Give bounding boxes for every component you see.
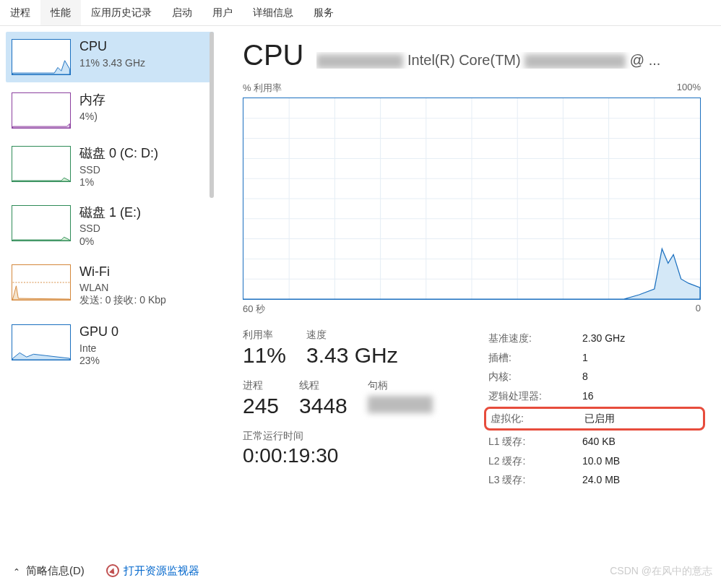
chart-ylabel: % 利用率 (243, 82, 282, 95)
gpu-thumbnail-icon (12, 324, 71, 360)
spec-row: 基准速度:2.30 GHz (488, 329, 701, 348)
tab-2[interactable]: 应用历史记录 (81, 0, 162, 25)
spec-row: L3 缓存:24.0 MB (488, 470, 701, 490)
sidebar-item-sub2: 1% (79, 176, 208, 188)
chevron-up-icon: ⌄ (13, 566, 20, 576)
cpu-utilization-chart (243, 98, 701, 300)
sidebar-item-disk-2[interactable]: 磁盘 0 (C: D:)SSD1% (6, 139, 214, 195)
sidebar: CPU11% 3.43 GHz内存4%)磁盘 0 (C: D:)SSD1%磁盘 … (0, 26, 217, 553)
chart-xmin: 0 (696, 303, 701, 316)
stat-速度: 速度3.43 GHz (306, 329, 398, 368)
sidebar-item-sub: Inte (79, 342, 208, 355)
brief-view-button[interactable]: ⌄简略信息(D) (13, 564, 85, 578)
disk-thumbnail-icon (12, 146, 71, 182)
uptime-value: 0:00:19:30 (243, 444, 459, 467)
stat-线程: 线程3448 (299, 379, 347, 418)
scrollbar[interactable] (207, 32, 217, 548)
tab-6[interactable]: 服务 (303, 0, 344, 25)
stat-进程: 进程245 (243, 379, 279, 418)
stat-句柄: 句柄 (368, 379, 433, 418)
tab-1[interactable]: 性能 (40, 0, 81, 25)
sidebar-item-wifi-4[interactable]: Wi-FiWLAN发送: 0 接收: 0 Kbp (6, 257, 214, 315)
sidebar-item-title: GPU 0 (79, 324, 208, 340)
tab-5[interactable]: 详细信息 (243, 0, 303, 25)
cpu-thumbnail-icon (12, 39, 71, 75)
cpu-model: Intel(R) Core(TM) @ ... (316, 52, 701, 69)
spec-row: 插槽:1 (488, 348, 701, 368)
sidebar-item-title: Wi-Fi (79, 264, 208, 280)
page-title: CPU (243, 39, 303, 72)
sidebar-item-title: 内存 (79, 92, 208, 108)
sidebar-item-sub: SSD (79, 222, 208, 235)
sidebar-item-disk-3[interactable]: 磁盘 1 (E:)SSD0% (6, 198, 214, 254)
mem-thumbnail-icon (12, 92, 71, 129)
sidebar-item-sub: 4%) (79, 110, 208, 123)
spec-row: 虚拟化:已启用 (484, 407, 705, 431)
open-resource-monitor-link[interactable]: 打开资源监视器 (106, 564, 199, 578)
sidebar-item-cpu-0[interactable]: CPU11% 3.43 GHz (6, 32, 214, 82)
sidebar-item-sub: 11% 3.43 GHz (79, 56, 208, 69)
sidebar-item-sub: WLAN (79, 281, 208, 294)
sidebar-item-title: 磁盘 0 (C: D:) (79, 146, 208, 162)
uptime-label: 正常运行时间 (243, 430, 459, 443)
sidebar-item-sub2: 23% (79, 355, 208, 366)
sidebar-item-gpu-5[interactable]: GPU 0Inte23% (6, 317, 214, 373)
tab-3[interactable]: 启动 (162, 0, 202, 25)
sidebar-item-sub2: 0% (79, 235, 208, 247)
sidebar-item-sub: SSD (79, 163, 208, 176)
sidebar-item-mem-1[interactable]: 内存4%) (6, 85, 214, 136)
tab-4[interactable]: 用户 (202, 0, 243, 25)
sidebar-item-title: CPU (79, 39, 208, 55)
chart-xmax: 60 秒 (243, 303, 265, 316)
tab-0[interactable]: 进程 (0, 0, 40, 25)
main-panel: CPU Intel(R) Core(TM) @ ... % 利用率 100% (221, 26, 721, 553)
watermark: CSDN @在风中的意志 (610, 565, 712, 578)
spec-row: 逻辑处理器:16 (488, 386, 701, 406)
compass-icon (106, 564, 119, 577)
wifi-thumbnail-icon (12, 264, 71, 301)
tabs-bar: 进程性能应用历史记录启动用户详细信息服务 (0, 0, 721, 26)
chart-ymax: 100% (677, 82, 701, 95)
spec-row: 内核:8 (488, 367, 701, 386)
stat-利用率: 利用率11% (243, 329, 286, 368)
sidebar-item-title: 磁盘 1 (E:) (79, 205, 208, 221)
disk-thumbnail-icon (12, 205, 71, 241)
sidebar-item-sub2: 发送: 0 接收: 0 Kbp (79, 294, 208, 307)
spec-row: L1 缓存:640 KB (488, 432, 701, 451)
spec-row: L2 缓存:10.0 MB (488, 451, 701, 471)
